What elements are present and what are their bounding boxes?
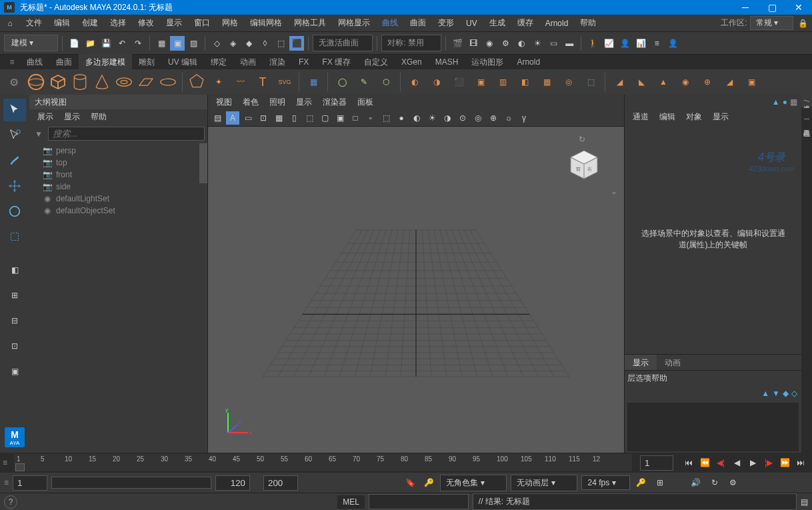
charset-selector[interactable]: 无角色集 ▾ <box>440 475 507 491</box>
shelf-tab-rigging[interactable]: 绑定 <box>204 54 233 71</box>
vp-textured-icon[interactable]: ◐ <box>410 111 423 125</box>
menu-arnold[interactable]: Arnold <box>539 19 575 28</box>
go-start-icon[interactable]: ⏮ <box>681 455 696 470</box>
step-fwd-key-icon[interactable]: ⏩ <box>777 455 792 470</box>
channel-menu-show[interactable]: 显示 <box>707 111 734 123</box>
menu-create[interactable]: 创建 <box>76 17 104 29</box>
quad-draw-icon[interactable]: ✎ <box>354 72 374 92</box>
select-tool[interactable] <box>3 99 26 121</box>
outliner-menu-display[interactable]: 展示 <box>32 111 59 123</box>
shelf-tab-fx[interactable]: FX <box>292 55 315 69</box>
live-surface-field[interactable]: 无激活曲面 <box>313 35 373 51</box>
step-back-key-icon[interactable]: ⏪ <box>697 455 712 470</box>
vp-field-chart-icon[interactable]: ▣ <box>333 111 347 125</box>
menu-select[interactable]: 选择 <box>104 17 132 29</box>
shelf-tab-arnold[interactable]: Arnold <box>510 55 547 69</box>
target-weld-icon[interactable]: ◎ <box>559 72 579 92</box>
time-slider[interactable]: ≡ 15101520253035404550556065707580859095… <box>0 453 812 473</box>
select-mode-icon[interactable]: ▦ <box>154 36 169 51</box>
last-tool[interactable]: ◧ <box>3 259 26 281</box>
vp-safe-title-icon[interactable]: ▫ <box>364 111 377 125</box>
menu-display[interactable]: 显示 <box>160 17 188 29</box>
poly-cone-icon[interactable] <box>92 72 112 92</box>
vp-exposure-icon[interactable]: ☼ <box>502 111 515 125</box>
menu-help[interactable]: 帮助 <box>574 17 602 29</box>
minimize-button[interactable]: ─ <box>732 0 759 15</box>
shelf-tab-anim[interactable]: 动画 <box>233 54 263 71</box>
vp-safe-action-icon[interactable]: □ <box>349 111 362 125</box>
menu-surfaces[interactable]: 曲面 <box>404 17 432 29</box>
layer-menu-options[interactable]: 选项 <box>635 373 651 384</box>
key-icon[interactable]: 🔑 <box>421 475 436 490</box>
vp-xray-joints-icon[interactable]: ⊕ <box>487 111 500 125</box>
retopo-icon[interactable]: ◣ <box>631 72 651 92</box>
layer-menu-layers[interactable]: 层 <box>627 373 635 384</box>
script-editor-icon[interactable]: ▤ <box>801 497 808 507</box>
render-frame-icon[interactable]: 🎞 <box>466 36 481 51</box>
maya-logo-icon[interactable]: MAYA <box>5 427 25 447</box>
poly-sphere-icon[interactable] <box>26 72 46 92</box>
vp-film-gate-icon[interactable]: ▯ <box>287 111 301 125</box>
menu-deform[interactable]: 变形 <box>432 17 460 29</box>
multicut-icon[interactable]: ▦ <box>537 72 557 92</box>
vp-menu-renderer[interactable]: 渲染器 <box>317 97 352 108</box>
lasso-tool[interactable] <box>3 124 26 147</box>
type-icon[interactable]: T <box>253 72 273 92</box>
layout4-icon[interactable]: ▣ <box>3 360 26 383</box>
channel-menu-edit[interactable]: 编辑 <box>654 111 681 123</box>
vp-xray-icon[interactable]: ◎ <box>471 111 485 125</box>
undo-icon[interactable]: ↶ <box>115 36 129 51</box>
layer-list[interactable] <box>627 403 799 451</box>
vp-gate-mask-icon[interactable]: ▢ <box>318 111 331 125</box>
outliner-tree[interactable]: 📷persp 📷top 📷front 📷side ◉defaultLightSe… <box>29 143 207 453</box>
vp-menu-shading[interactable]: 着色 <box>237 97 264 108</box>
gizmo-dropdown-icon[interactable]: ⌄ <box>611 187 617 196</box>
autokey-icon[interactable]: 🔑 <box>634 475 649 490</box>
side-tab-modeltoolkit[interactable]: 建模工具包 <box>801 119 812 130</box>
vp-wireframe-icon[interactable]: ⬚ <box>379 111 393 125</box>
hypershade-icon[interactable]: ◐ <box>514 36 529 51</box>
viewport-3d[interactable]: y x z 前 右 ↻ ⌄ <box>208 127 624 453</box>
move-tool[interactable] <box>3 175 26 197</box>
shelf-gear-icon[interactable]: ⚙ <box>4 72 24 92</box>
time-handle-icon[interactable]: ≡ <box>0 458 10 467</box>
vp-camera-select-icon[interactable]: ▤ <box>211 111 224 125</box>
channel-icon3[interactable]: ▦ <box>790 97 797 107</box>
helix-icon[interactable]: 〰 <box>231 72 251 92</box>
vp-menu-panels[interactable]: 面板 <box>352 97 379 108</box>
menu-cache[interactable]: 缓存 <box>511 17 539 29</box>
side-tab-attreditor[interactable]: 属性编辑器 <box>801 108 812 119</box>
poly-torus-icon[interactable] <box>114 72 134 92</box>
combine-icon[interactable]: ◐ <box>405 72 425 92</box>
snap-view-icon[interactable]: ⬚ <box>273 36 288 51</box>
panel-layout1-icon[interactable]: ▭ <box>546 36 561 51</box>
render-view-icon[interactable]: 🎬 <box>450 36 465 51</box>
new-scene-icon[interactable]: 📄 <box>67 36 81 51</box>
select-mode3-icon[interactable]: ▨ <box>186 36 201 51</box>
layer-new-selected-icon[interactable]: ◇ <box>791 389 797 398</box>
bookmark-icon[interactable]: 🔖 <box>403 475 417 490</box>
vp-shadows-icon[interactable]: ◑ <box>441 111 454 125</box>
time-cursor[interactable] <box>15 463 25 471</box>
layer-menu-help[interactable]: 帮助 <box>651 373 667 384</box>
vp-gamma-icon[interactable]: γ <box>517 111 531 125</box>
layer-new-empty-icon[interactable]: ◆ <box>783 389 789 398</box>
vp-smooth-shade-icon[interactable]: ● <box>395 111 408 125</box>
smooth-icon[interactable]: ◢ <box>609 72 629 92</box>
shelf-tab-motiongfx[interactable]: 运动图形 <box>465 54 510 71</box>
hik-icon[interactable]: 🚶 <box>585 36 600 51</box>
content-browser-icon[interactable]: ▦ <box>303 72 323 92</box>
layout2-icon[interactable]: ⊟ <box>3 309 26 332</box>
panel-layout2-icon[interactable]: ▬ <box>562 36 577 51</box>
render-settings-icon[interactable]: ⚙ <box>498 36 513 51</box>
superellipse-icon[interactable]: ✦ <box>209 72 229 92</box>
menu-uv[interactable]: UV <box>460 19 483 28</box>
vp-res-gate-icon[interactable]: ⬚ <box>303 111 316 125</box>
range-start-field[interactable] <box>13 475 47 491</box>
poly-cube-icon[interactable] <box>48 72 68 92</box>
channel-menu-channels[interactable]: 通道 <box>627 111 654 123</box>
vp-menu-show[interactable]: 显示 <box>291 97 317 108</box>
shelf-tab-uvedit[interactable]: UV 编辑 <box>161 54 204 71</box>
command-input[interactable] <box>369 494 469 509</box>
vp-grid-icon[interactable]: ▦ <box>272 111 285 125</box>
